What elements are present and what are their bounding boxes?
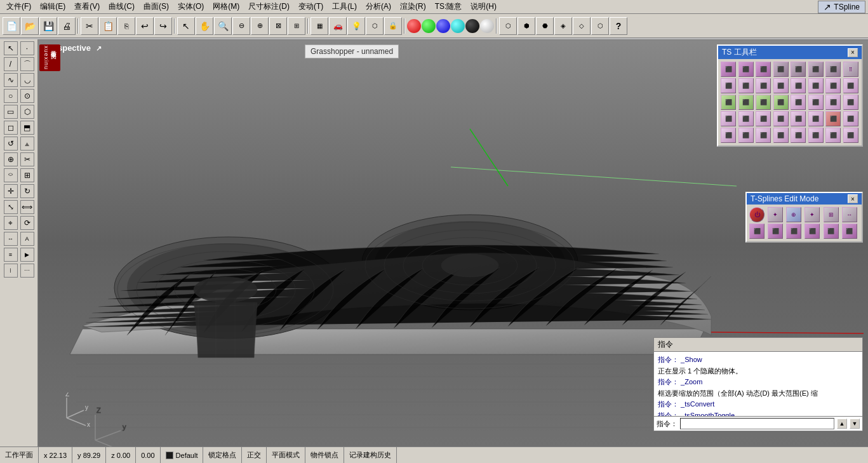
tb-question[interactable]: ?: [610, 17, 627, 35]
menu-item-help[interactable]: 说明(H): [467, 1, 500, 13]
lt-mirror[interactable]: ⟺: [20, 200, 34, 214]
ts-btn-37[interactable]: ⬛: [791, 128, 806, 143]
tb-select[interactable]: ↖: [177, 17, 195, 35]
ts-btn-2[interactable]: ⬛: [738, 62, 754, 77]
tb-zoom-in[interactable]: 🔍: [214, 17, 232, 35]
tb-new[interactable]: 📄: [3, 17, 20, 35]
lt-line[interactable]: /: [4, 57, 18, 71]
ts-btn-11[interactable]: ⬛: [756, 78, 771, 93]
tb-extra5[interactable]: ◇: [573, 17, 591, 35]
menu-item-render[interactable]: 渲染(R): [396, 1, 430, 13]
ts-edit-btn-4[interactable]: ✦: [805, 207, 820, 222]
ts-btn-5[interactable]: ⬛: [791, 62, 806, 77]
lt-gumball[interactable]: ⌖: [4, 216, 18, 230]
tb-display4[interactable]: ⬡: [366, 17, 384, 35]
menu-item-transform[interactable]: 变动(T): [295, 1, 327, 13]
cmd-scroll-down[interactable]: ▼: [850, 419, 860, 429]
sb-planar[interactable]: 平面模式: [267, 447, 305, 463]
command-input[interactable]: [680, 418, 834, 429]
lt-fillet[interactable]: ⌔: [4, 168, 18, 182]
tb-extra1[interactable]: ⬡: [499, 17, 517, 35]
tb-extra2[interactable]: ⬢: [517, 17, 535, 35]
ts-btn-13[interactable]: ⬛: [791, 78, 806, 93]
tb-zoom-extent[interactable]: ⊠: [269, 17, 287, 35]
tb-extra3[interactable]: ⬣: [536, 17, 554, 35]
main-area[interactable]: 学量生中文网xuexinu: [38, 39, 868, 448]
tb-pan[interactable]: ✋: [196, 17, 213, 35]
ts-edit-btn-power[interactable]: ⏻: [749, 207, 765, 222]
ts-btn-7[interactable]: ⬛: [825, 62, 841, 77]
lt-render[interactable]: ▶: [20, 248, 34, 262]
ts-edit-btn-2[interactable]: ✦: [768, 207, 783, 222]
ts-edit-btn-6[interactable]: ↔: [842, 207, 857, 222]
tb-extra6[interactable]: ⬡: [591, 17, 609, 35]
ts-edit-close[interactable]: ×: [848, 194, 858, 203]
ts-btn-33[interactable]: ⬛: [721, 128, 736, 143]
ts-toolbar-header[interactable]: TS 工具栏 ×: [718, 46, 862, 59]
ts-edit-btn-globe[interactable]: ⊕: [786, 207, 801, 222]
ts-btn-34[interactable]: ⬛: [738, 128, 754, 143]
lt-surface[interactable]: ◻: [4, 121, 18, 135]
lt-rotate[interactable]: ↻: [20, 184, 34, 198]
ts-btn-16[interactable]: ⬛: [843, 78, 858, 93]
ts-btn-21[interactable]: ⬛: [791, 95, 806, 110]
cmd-scroll-up[interactable]: ▲: [837, 419, 847, 429]
lt-extrude[interactable]: ⬒: [20, 121, 34, 135]
ts-btn-22[interactable]: ⬛: [808, 95, 824, 110]
tb-display2[interactable]: 🚗: [329, 17, 347, 35]
tb-open[interactable]: 📂: [21, 17, 39, 35]
ts-btn-12[interactable]: ⬛: [773, 78, 789, 93]
lt-arc[interactable]: ◡: [20, 73, 34, 87]
lt-dots[interactable]: ⁞: [4, 264, 18, 278]
ts-btn-18[interactable]: ⬛: [738, 95, 754, 110]
menu-item-dim[interactable]: 尺寸标注(D): [244, 1, 293, 13]
ts-btn-17[interactable]: ⬛: [721, 95, 736, 110]
tb-redo[interactable]: ↪: [154, 17, 172, 35]
ts-edit-btn-box5[interactable]: ⬛: [824, 224, 839, 239]
sb-snap[interactable]: 锁定格点: [203, 447, 242, 463]
ts-btn-4[interactable]: ⬛: [773, 62, 789, 77]
tb-color-blue[interactable]: [436, 19, 450, 33]
menu-item-surface[interactable]: 曲面(S): [140, 1, 173, 13]
ts-btn-3[interactable]: ⬛: [756, 62, 771, 77]
ts-btn-24[interactable]: ⬛: [843, 95, 858, 110]
menu-item-edit[interactable]: 编辑(E): [36, 1, 69, 13]
ts-btn-40[interactable]: ⬛: [843, 128, 858, 143]
tb-extra4[interactable]: ◈: [554, 17, 572, 35]
ts-btn-9[interactable]: ⬛: [721, 78, 736, 93]
ts-btn-27[interactable]: ⬛: [756, 111, 771, 126]
ts-btn-29[interactable]: ⬛: [791, 111, 806, 126]
ts-btn-26[interactable]: ⬛: [738, 111, 754, 126]
lt-trim[interactable]: ✂: [20, 152, 34, 166]
lt-polygon[interactable]: ⬡: [20, 105, 34, 119]
ts-btn-30[interactable]: ⬛: [808, 111, 824, 126]
ts-edit-btn-box6[interactable]: ⬛: [842, 224, 857, 239]
lt-extra[interactable]: ⋯: [20, 264, 34, 278]
menu-item-solid[interactable]: 实体(O): [174, 1, 208, 13]
tb-paste[interactable]: ⎘: [117, 17, 135, 35]
tb-save[interactable]: 💾: [39, 17, 57, 35]
ts-toolbar-close[interactable]: ×: [848, 48, 858, 57]
lt-offset[interactable]: ⊞: [20, 168, 34, 182]
ts-btn-36[interactable]: ⬛: [773, 128, 789, 143]
tb-display1[interactable]: ▦: [310, 17, 328, 35]
menu-item-curve[interactable]: 曲线(C): [105, 1, 138, 13]
ts-edit-btn-box2[interactable]: ⬛: [768, 224, 783, 239]
ts-edit-btn-box1[interactable]: ⬛: [749, 224, 765, 239]
tb-zoom-out[interactable]: ⊖: [232, 17, 250, 35]
tb-undo[interactable]: ↩: [136, 17, 154, 35]
ts-btn-15[interactable]: ⬛: [825, 78, 841, 93]
lt-select[interactable]: ↖: [4, 41, 18, 55]
ts-edit-btn-5[interactable]: ⊞: [824, 207, 839, 222]
menu-item-ts[interactable]: TS:随意: [431, 1, 466, 13]
lt-point[interactable]: ·: [20, 41, 34, 55]
ts-btn-6[interactable]: ⬛: [808, 62, 824, 77]
tb-copy[interactable]: 📋: [99, 17, 117, 35]
tb-color-green[interactable]: [422, 19, 436, 33]
tb-cut[interactable]: ✂: [81, 17, 98, 35]
menu-item-file[interactable]: 文件(F): [3, 1, 35, 13]
tb-zoom-all[interactable]: ⊞: [288, 17, 305, 35]
ts-btn-38[interactable]: ⬛: [808, 128, 824, 143]
ts-btn-14[interactable]: ⬛: [808, 78, 824, 93]
menu-item-view[interactable]: 查看(V): [70, 1, 103, 13]
